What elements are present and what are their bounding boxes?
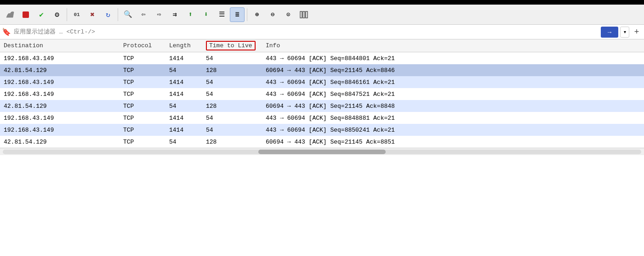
table-row[interactable]: 192.168.43.149 TCP 1414 54 443 → 60694 [… — [0, 76, 644, 88]
settings-button[interactable]: ⚙ — [50, 7, 64, 22]
cell-protocol: TCP — [123, 139, 169, 145]
cell-length: 54 — [169, 103, 206, 110]
cell-info: 443 → 60694 [ACK] Seq=8844801 Ack=21 — [266, 55, 640, 62]
cell-destination: 192.168.43.149 — [4, 91, 123, 98]
shark-fin-icon[interactable] — [3, 7, 17, 22]
cell-length: 1414 — [169, 127, 206, 134]
cell-length: 1414 — [169, 79, 206, 86]
ttl-header-highlighted: Time to Live — [206, 41, 256, 50]
cell-destination: 42.81.54.129 — [4, 103, 123, 110]
col-header-length[interactable]: Length — [169, 42, 206, 49]
cell-protocol: TCP — [123, 115, 169, 122]
cell-info: 60694 → 443 [ACK] Seq=21145 Ack=8846 — [266, 67, 640, 74]
cell-protocol: TCP — [123, 67, 169, 74]
col-header-ttl[interactable]: Time to Live — [206, 42, 266, 49]
table-row[interactable]: 42.81.54.129 TCP 54 128 60694 → 443 [ACK… — [0, 100, 644, 112]
cell-protocol: TCP — [123, 55, 169, 62]
filter-dropdown-button[interactable]: ▾ — [620, 27, 629, 38]
table-row[interactable]: 192.168.43.149 TCP 1414 54 443 → 60694 [… — [0, 112, 644, 124]
sep-3 — [247, 8, 247, 21]
cell-ttl: 128 — [206, 139, 266, 145]
cell-destination: 42.81.54.129 — [4, 139, 123, 145]
cell-ttl: 54 — [206, 127, 266, 134]
table-row[interactable]: 42.81.54.129 TCP 54 128 60694 → 443 [ACK… — [0, 64, 644, 76]
cell-ttl: 54 — [206, 115, 266, 122]
sep-1 — [67, 8, 67, 21]
filter-input[interactable] — [14, 28, 599, 35]
cell-length: 54 — [169, 139, 206, 145]
svg-rect-2 — [306, 11, 308, 18]
goto-button[interactable]: ⇉ — [167, 7, 182, 22]
table-body: 192.168.43.149 TCP 1414 54 443 → 60694 [… — [0, 52, 644, 148]
cell-ttl: 54 — [206, 55, 266, 62]
cell-info: 60694 → 443 [ACK] Seq=21145 Ack=8851 — [266, 139, 640, 145]
cell-info: 443 → 60694 [ACK] Seq=8847521 Ack=21 — [266, 91, 640, 98]
filter-bar: 🔖 → ▾ + — [0, 25, 644, 39]
table-row[interactable]: 42.81.54.129 TCP 54 128 60694 → 443 [ACK… — [0, 136, 644, 148]
cell-destination: 192.168.43.149 — [4, 55, 123, 62]
add-filter-button[interactable]: + — [631, 27, 642, 38]
cell-destination: 192.168.43.149 — [4, 79, 123, 86]
cell-protocol: TCP — [123, 91, 169, 98]
cell-destination: 192.168.43.149 — [4, 127, 123, 134]
col-header-info[interactable]: Info — [266, 42, 640, 49]
zoom-out-button[interactable]: ⊖ — [265, 7, 280, 22]
cell-ttl: 54 — [206, 79, 266, 86]
cell-length: 1414 — [169, 91, 206, 98]
cell-protocol: TCP — [123, 127, 169, 134]
cell-length: 1414 — [169, 55, 206, 62]
cell-length: 54 — [169, 67, 206, 74]
table-header: Destination Protocol Length Time to Live… — [0, 39, 644, 52]
apply-filter-button[interactable]: → — [601, 27, 618, 38]
stop-button[interactable] — [18, 7, 33, 22]
coloring-button[interactable]: ☰ — [214, 7, 229, 22]
cell-ttl: 128 — [206, 103, 266, 110]
close-file-button[interactable]: ✖ — [85, 7, 100, 22]
scroll-up-button[interactable]: ⬆ — [183, 7, 198, 22]
cell-destination: 42.81.54.129 — [4, 67, 123, 74]
col-header-protocol[interactable]: Protocol — [123, 42, 169, 49]
binary-view-button[interactable]: 01 — [69, 7, 84, 22]
back-button[interactable]: ⇦ — [136, 7, 151, 22]
cell-ttl: 128 — [206, 67, 266, 74]
cell-info: 443 → 60694 [ACK] Seq=8850241 Ack=21 — [266, 127, 640, 134]
scroll-down-button[interactable]: ⬇ — [199, 7, 213, 22]
cell-info: 443 → 60694 [ACK] Seq=8846161 Ack=21 — [266, 79, 640, 86]
sep-2 — [118, 8, 118, 21]
cell-length: 1414 — [169, 115, 206, 122]
cell-info: 60694 → 443 [ACK] Seq=21145 Ack=8848 — [266, 103, 640, 110]
columns-button[interactable] — [296, 7, 311, 22]
zoom-normal-button[interactable]: ⊙ — [281, 7, 296, 22]
table-row[interactable]: 192.168.43.149 TCP 1414 54 443 → 60694 [… — [0, 52, 644, 64]
col-header-destination[interactable]: Destination — [4, 42, 123, 49]
zoom-in-button[interactable]: ⊕ — [250, 7, 264, 22]
packet-list-button[interactable]: ≣ — [230, 7, 245, 22]
table-row[interactable]: 192.168.43.149 TCP 1414 54 443 → 60694 [… — [0, 124, 644, 136]
horizontal-scrollbar[interactable] — [0, 148, 644, 155]
scrollbar-thumb[interactable] — [258, 150, 386, 154]
scrollbar-track — [3, 150, 641, 154]
table-row[interactable]: 192.168.43.149 TCP 1414 54 443 → 60694 [… — [0, 88, 644, 100]
cell-protocol: TCP — [123, 79, 169, 86]
top-black-bar — [0, 0, 644, 5]
toolbar: ✔ ⚙ 01 ✖ ↻ 🔍 ⇦ ⇨ ⇉ ⬆ ⬇ ☰ ≣ — [0, 5, 644, 25]
cell-ttl: 54 — [206, 91, 266, 98]
cell-info: 443 → 60694 [ACK] Seq=8848881 Ack=21 — [266, 115, 640, 122]
svg-rect-0 — [300, 11, 302, 18]
svg-rect-1 — [303, 11, 305, 18]
find-button[interactable]: 🔍 — [120, 7, 135, 22]
restart-button[interactable]: ✔ — [34, 7, 49, 22]
cell-protocol: TCP — [123, 103, 169, 110]
reload-button[interactable]: ↻ — [101, 7, 115, 22]
forward-button[interactable]: ⇨ — [152, 7, 166, 22]
cell-destination: 192.168.43.149 — [4, 115, 123, 122]
bookmark-icon: 🔖 — [2, 28, 11, 37]
